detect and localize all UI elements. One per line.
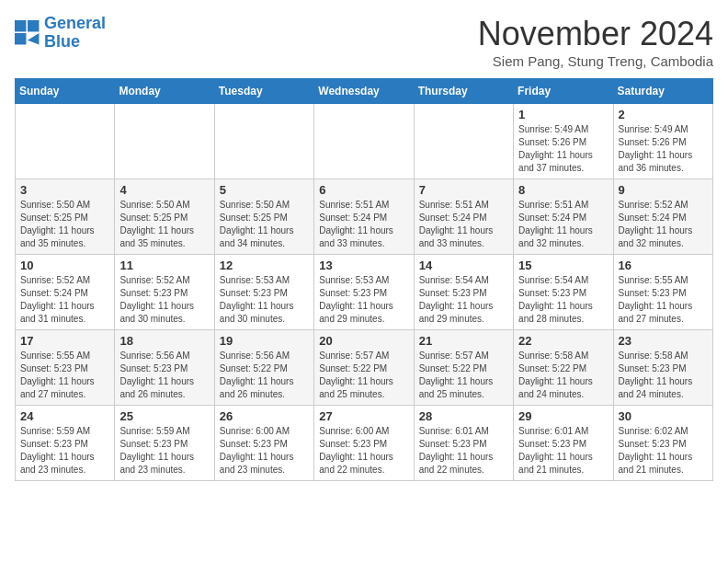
calendar-day-cell: 11Sunrise: 5:52 AM Sunset: 5:23 PM Dayli… — [115, 255, 214, 330]
day-number: 9 — [619, 183, 708, 197]
day-number: 23 — [619, 334, 708, 348]
calendar-week-row: 17Sunrise: 5:55 AM Sunset: 5:23 PM Dayli… — [16, 330, 713, 406]
day-number: 4 — [119, 183, 209, 197]
day-info: Sunrise: 5:51 AM Sunset: 5:24 PM Dayligh… — [419, 199, 508, 250]
day-info: Sunrise: 5:50 AM Sunset: 5:25 PM Dayligh… — [119, 199, 209, 250]
calendar-day-cell: 27Sunrise: 6:00 AM Sunset: 5:23 PM Dayli… — [314, 406, 414, 481]
day-info: Sunrise: 6:02 AM Sunset: 5:23 PM Dayligh… — [619, 425, 708, 477]
calendar-day-cell: 30Sunrise: 6:02 AM Sunset: 5:23 PM Dayli… — [613, 406, 712, 481]
day-info: Sunrise: 5:51 AM Sunset: 5:24 PM Dayligh… — [518, 199, 608, 250]
calendar-header-row: SundayMondayTuesdayWednesdayThursdayFrid… — [16, 79, 713, 104]
calendar-week-row: 3Sunrise: 5:50 AM Sunset: 5:25 PM Daylig… — [16, 179, 713, 255]
logo-text: General Blue — [44, 15, 106, 52]
day-number: 29 — [518, 409, 608, 423]
calendar-day-header: Monday — [115, 79, 214, 104]
calendar-day-cell: 12Sunrise: 5:53 AM Sunset: 5:23 PM Dayli… — [214, 255, 313, 330]
svg-rect-2 — [15, 33, 26, 44]
day-info: Sunrise: 5:50 AM Sunset: 5:25 PM Dayligh… — [220, 199, 309, 250]
day-info: Sunrise: 5:58 AM Sunset: 5:22 PM Dayligh… — [518, 350, 608, 401]
calendar-day-cell — [414, 104, 513, 179]
day-number: 25 — [119, 409, 209, 423]
calendar-day-cell: 2Sunrise: 5:49 AM Sunset: 5:26 PM Daylig… — [613, 104, 712, 179]
day-number: 18 — [119, 334, 209, 348]
calendar-day-cell — [314, 104, 414, 179]
calendar-day-cell — [16, 104, 115, 179]
calendar-day-header: Sunday — [16, 79, 115, 104]
day-number: 22 — [518, 334, 608, 348]
calendar-day-cell — [214, 104, 313, 179]
day-number: 5 — [220, 183, 309, 197]
day-info: Sunrise: 5:53 AM Sunset: 5:23 PM Dayligh… — [319, 274, 408, 326]
calendar-day-cell — [115, 104, 214, 179]
calendar-day-cell: 23Sunrise: 5:58 AM Sunset: 5:23 PM Dayli… — [613, 330, 712, 406]
day-info: Sunrise: 5:51 AM Sunset: 5:24 PM Dayligh… — [319, 199, 408, 250]
day-number: 3 — [20, 183, 109, 197]
calendar-day-cell: 14Sunrise: 5:54 AM Sunset: 5:23 PM Dayli… — [414, 255, 513, 330]
calendar-day-cell: 10Sunrise: 5:52 AM Sunset: 5:24 PM Dayli… — [16, 255, 115, 330]
day-info: Sunrise: 6:00 AM Sunset: 5:23 PM Dayligh… — [220, 425, 309, 477]
day-info: Sunrise: 5:54 AM Sunset: 5:23 PM Dayligh… — [518, 274, 608, 326]
day-number: 14 — [419, 259, 508, 272]
day-number: 26 — [220, 409, 309, 423]
calendar-day-header: Friday — [514, 79, 613, 104]
day-info: Sunrise: 5:52 AM Sunset: 5:24 PM Dayligh… — [20, 274, 109, 326]
logo-icon — [15, 20, 40, 46]
logo: General Blue — [15, 15, 106, 52]
logo-line1: General — [44, 14, 106, 32]
day-info: Sunrise: 5:55 AM Sunset: 5:23 PM Dayligh… — [20, 350, 109, 401]
day-number: 21 — [419, 334, 508, 348]
day-number: 30 — [619, 409, 708, 423]
day-number: 10 — [20, 259, 109, 272]
svg-rect-0 — [15, 20, 26, 31]
month-title: November 2024 — [478, 15, 713, 53]
calendar-day-cell: 19Sunrise: 5:56 AM Sunset: 5:22 PM Dayli… — [214, 330, 313, 406]
day-number: 12 — [220, 259, 309, 272]
day-info: Sunrise: 5:56 AM Sunset: 5:23 PM Dayligh… — [119, 350, 209, 401]
calendar-week-row: 10Sunrise: 5:52 AM Sunset: 5:24 PM Dayli… — [16, 255, 713, 330]
calendar-day-cell: 20Sunrise: 5:57 AM Sunset: 5:22 PM Dayli… — [314, 330, 414, 406]
day-info: Sunrise: 5:59 AM Sunset: 5:23 PM Dayligh… — [119, 425, 209, 477]
day-number: 16 — [619, 259, 708, 272]
calendar-day-cell: 5Sunrise: 5:50 AM Sunset: 5:25 PM Daylig… — [214, 179, 313, 255]
day-info: Sunrise: 5:53 AM Sunset: 5:23 PM Dayligh… — [220, 274, 309, 326]
calendar-day-cell: 21Sunrise: 5:57 AM Sunset: 5:22 PM Dayli… — [414, 330, 513, 406]
day-number: 17 — [20, 334, 109, 348]
day-info: Sunrise: 5:55 AM Sunset: 5:23 PM Dayligh… — [619, 274, 708, 326]
day-number: 28 — [419, 409, 508, 423]
day-number: 1 — [518, 108, 608, 121]
day-number: 13 — [319, 259, 408, 272]
day-number: 11 — [119, 259, 209, 272]
calendar-day-cell: 1Sunrise: 5:49 AM Sunset: 5:26 PM Daylig… — [514, 104, 613, 179]
calendar-day-cell: 16Sunrise: 5:55 AM Sunset: 5:23 PM Dayli… — [613, 255, 712, 330]
calendar-day-cell: 7Sunrise: 5:51 AM Sunset: 5:24 PM Daylig… — [414, 179, 513, 255]
day-number: 27 — [319, 409, 408, 423]
day-info: Sunrise: 5:58 AM Sunset: 5:23 PM Dayligh… — [619, 350, 708, 401]
calendar-table: SundayMondayTuesdayWednesdayThursdayFrid… — [15, 78, 713, 481]
calendar-day-cell: 3Sunrise: 5:50 AM Sunset: 5:25 PM Daylig… — [16, 179, 115, 255]
calendar-day-cell: 25Sunrise: 5:59 AM Sunset: 5:23 PM Dayli… — [115, 406, 214, 481]
day-number: 19 — [220, 334, 309, 348]
svg-marker-3 — [28, 33, 39, 44]
day-info: Sunrise: 5:52 AM Sunset: 5:23 PM Dayligh… — [119, 274, 209, 326]
day-info: Sunrise: 5:57 AM Sunset: 5:22 PM Dayligh… — [319, 350, 408, 401]
day-number: 7 — [419, 183, 508, 197]
day-number: 8 — [518, 183, 608, 197]
calendar-day-cell: 17Sunrise: 5:55 AM Sunset: 5:23 PM Dayli… — [16, 330, 115, 406]
calendar-day-cell: 8Sunrise: 5:51 AM Sunset: 5:24 PM Daylig… — [514, 179, 613, 255]
calendar-week-row: 1Sunrise: 5:49 AM Sunset: 5:26 PM Daylig… — [16, 104, 713, 179]
calendar-day-header: Wednesday — [314, 79, 414, 104]
calendar-week-row: 24Sunrise: 5:59 AM Sunset: 5:23 PM Dayli… — [16, 406, 713, 481]
day-info: Sunrise: 5:56 AM Sunset: 5:22 PM Dayligh… — [220, 350, 309, 401]
day-info: Sunrise: 6:01 AM Sunset: 5:23 PM Dayligh… — [518, 425, 608, 477]
calendar-day-cell: 9Sunrise: 5:52 AM Sunset: 5:24 PM Daylig… — [613, 179, 712, 255]
day-info: Sunrise: 5:52 AM Sunset: 5:24 PM Dayligh… — [619, 199, 708, 250]
calendar-day-header: Thursday — [414, 79, 513, 104]
day-number: 24 — [20, 409, 109, 423]
page-header: General Blue November 2024 Siem Pang, St… — [15, 15, 713, 69]
day-info: Sunrise: 5:54 AM Sunset: 5:23 PM Dayligh… — [419, 274, 508, 326]
title-block: November 2024 Siem Pang, Stung Treng, Ca… — [478, 15, 713, 69]
calendar-day-cell: 22Sunrise: 5:58 AM Sunset: 5:22 PM Dayli… — [514, 330, 613, 406]
day-info: Sunrise: 5:49 AM Sunset: 5:26 PM Dayligh… — [518, 123, 608, 175]
calendar-day-cell: 4Sunrise: 5:50 AM Sunset: 5:25 PM Daylig… — [115, 179, 214, 255]
day-number: 2 — [619, 108, 708, 121]
